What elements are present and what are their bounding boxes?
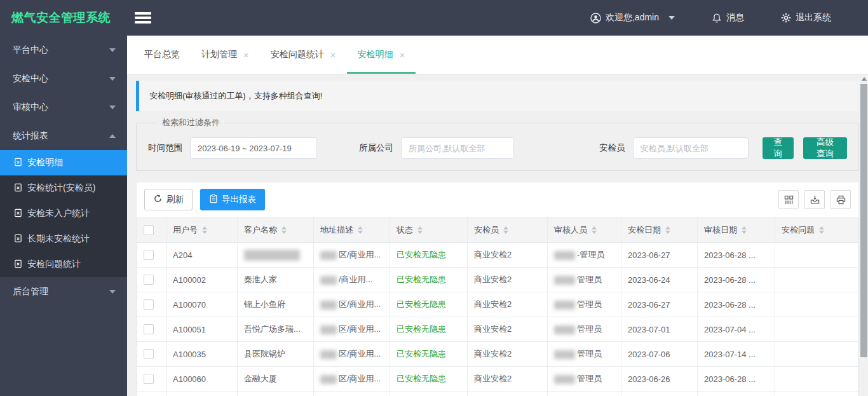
advanced-search-button[interactable]: 高级查询 <box>803 137 847 159</box>
logout-button[interactable]: 退出系统 <box>781 12 831 24</box>
table-row-partial <box>137 392 858 396</box>
sidebar-item-0[interactable]: 平台中心 <box>0 36 127 64</box>
sort-icon[interactable] <box>202 226 207 234</box>
column-header-6[interactable]: 安检日期 <box>621 217 698 243</box>
sidebar-subitem-4[interactable]: 安检问题统计 <box>0 252 127 277</box>
customer-text: 金融大厦 <box>244 374 277 383</box>
column-header-1[interactable]: 客户名称 <box>238 217 314 243</box>
welcome-text: 欢迎您,admin <box>606 12 659 24</box>
row-checkbox[interactable] <box>144 324 154 334</box>
chevron-down-icon <box>109 106 116 109</box>
export-data-icon[interactable] <box>804 190 825 209</box>
hamburger-menu-icon[interactable] <box>135 12 151 24</box>
row-checkbox[interactable] <box>144 275 154 285</box>
print-icon[interactable] <box>831 190 851 209</box>
tab-1[interactable]: 计划管理× <box>191 36 260 74</box>
tab-0[interactable]: 平台总览 <box>133 36 191 74</box>
sort-icon[interactable] <box>592 226 597 234</box>
cell-reviewer: 管理员 <box>548 317 621 342</box>
sort-icon[interactable] <box>742 226 747 234</box>
sort-icon[interactable] <box>503 226 508 234</box>
messages-button[interactable]: 消息 <box>712 12 744 24</box>
cell-issues <box>775 342 858 367</box>
sidebar-subitem-label: 安检统计(安检员) <box>27 182 95 194</box>
column-header-3[interactable]: 状态 <box>390 217 468 243</box>
sidebar-item-1[interactable]: 安检中心 <box>0 64 127 93</box>
tab-close-icon[interactable]: × <box>330 50 336 60</box>
tab-close-icon[interactable]: × <box>243 50 249 60</box>
select-all-checkbox[interactable] <box>144 225 154 235</box>
column-header-2[interactable]: 地址描述 <box>314 217 390 243</box>
refresh-button[interactable]: 刷新 <box>144 189 193 210</box>
table-row: A204区/商业用...已安检无隐患商业安检2-管理员2023-06-27202… <box>137 243 858 268</box>
status-badge: 已安检无隐患 <box>397 299 446 309</box>
table-row: A100002秦淮人家/商业用...已安检无隐患商业安检2管理员2023-06-… <box>137 268 858 292</box>
sidebar-subitem-1[interactable]: 安检统计(安检员) <box>0 175 127 201</box>
tab-2[interactable]: 安检问题统计× <box>260 36 347 74</box>
top-header: 燃气安全管理系统 欢迎您,admin 消息 <box>0 0 868 36</box>
cell-reviewer: 管理员 <box>548 292 621 317</box>
redacted-text <box>554 276 575 285</box>
sidebar-item-3[interactable]: 统计报表 <box>0 121 127 150</box>
company-input[interactable] <box>401 137 514 159</box>
cell-address: 区/商业用... <box>314 317 390 342</box>
scrollbar-up-arrow[interactable] <box>860 74 868 83</box>
redacted-text <box>320 375 337 384</box>
column-header-8[interactable]: 安检问题 <box>775 217 858 243</box>
row-checkbox[interactable] <box>144 250 154 260</box>
sort-icon[interactable] <box>665 226 670 234</box>
cell-review-date: 2023-07-04 ... <box>698 317 775 342</box>
sort-icon[interactable] <box>358 226 363 234</box>
sidebar-item-2[interactable]: 审核中心 <box>0 93 127 121</box>
sidebar-item-label: 审核中心 <box>13 102 109 113</box>
app-root: 燃气安全管理系统 欢迎您,admin 消息 <box>0 0 868 396</box>
column-header-label: 客户名称 <box>244 224 277 236</box>
sort-icon[interactable] <box>819 226 824 234</box>
status-badge: 已安检无隐患 <box>397 349 446 358</box>
sidebar-item-4[interactable]: 后台管理 <box>0 277 127 306</box>
vertical-scrollbar[interactable] <box>860 74 868 396</box>
sidebar-subitem-0[interactable]: 安检明细 <box>0 150 127 175</box>
table-panel: 刷新 导出报表 <box>136 182 859 396</box>
export-report-button[interactable]: 导出报表 <box>200 189 265 210</box>
sidebar-subitem-3[interactable]: 长期未安检统计 <box>0 226 127 252</box>
user-menu[interactable]: 欢迎您,admin <box>590 12 675 24</box>
row-checkbox[interactable] <box>144 349 154 359</box>
cell-user-no: A204 <box>166 243 238 268</box>
address-text: 区/商业用... <box>339 299 381 309</box>
cell-status: 已安检无隐患 <box>390 243 468 268</box>
cell-status: 已安检无隐患 <box>390 342 468 367</box>
scrollbar-thumb[interactable] <box>860 84 867 357</box>
row-checkbox[interactable] <box>144 374 154 384</box>
sidebar-subitem-label: 安检未入户统计 <box>27 208 90 219</box>
column-header-4[interactable]: 安检员 <box>468 217 548 243</box>
cell-address: 区/商业用... <box>314 342 390 367</box>
chevron-up-icon <box>109 134 116 138</box>
inspector-input[interactable] <box>633 137 749 159</box>
cell-reviewer: 管理员 <box>548 367 621 392</box>
column-header-7[interactable]: 审核日期 <box>698 217 775 243</box>
clipboard-icon <box>209 194 218 205</box>
sidebar-submenu: 安检明细安检统计(安检员)安检未入户统计长期未安检统计安检问题统计 <box>0 150 127 277</box>
search-button[interactable]: 查询 <box>763 137 794 159</box>
columns-icon[interactable] <box>778 190 799 209</box>
reviewer-text: 管理员 <box>577 324 602 334</box>
tab-3[interactable]: 安检明细× <box>347 36 416 74</box>
column-header-0[interactable]: 用户号 <box>166 217 238 243</box>
column-header-label: 安检日期 <box>628 224 661 236</box>
row-checkbox[interactable] <box>144 299 154 310</box>
sort-icon[interactable] <box>417 226 423 234</box>
sort-icon[interactable] <box>281 226 287 234</box>
main-area: 平台总览计划管理×安检问题统计×安检明细× 安检明细(审核通过的工单)，支持多种… <box>127 36 868 396</box>
cell-user-no: A100070 <box>166 292 238 317</box>
inspection-table: 用户号客户名称地址描述状态安检员审核人员安检日期审核日期安检问题 A204区/商… <box>137 217 858 396</box>
column-header-5[interactable]: 审核人员 <box>548 217 621 243</box>
gear-icon <box>781 13 791 23</box>
column-header-label: 用户号 <box>173 224 198 236</box>
redacted-text <box>244 250 300 261</box>
date-range-input[interactable] <box>190 137 317 159</box>
tab-close-icon[interactable]: × <box>400 50 405 60</box>
sidebar-subitem-2[interactable]: 安检未入户统计 <box>0 201 127 226</box>
cell-issues <box>775 292 858 317</box>
cell-customer: 吾悦广场多瑞... <box>238 317 314 342</box>
